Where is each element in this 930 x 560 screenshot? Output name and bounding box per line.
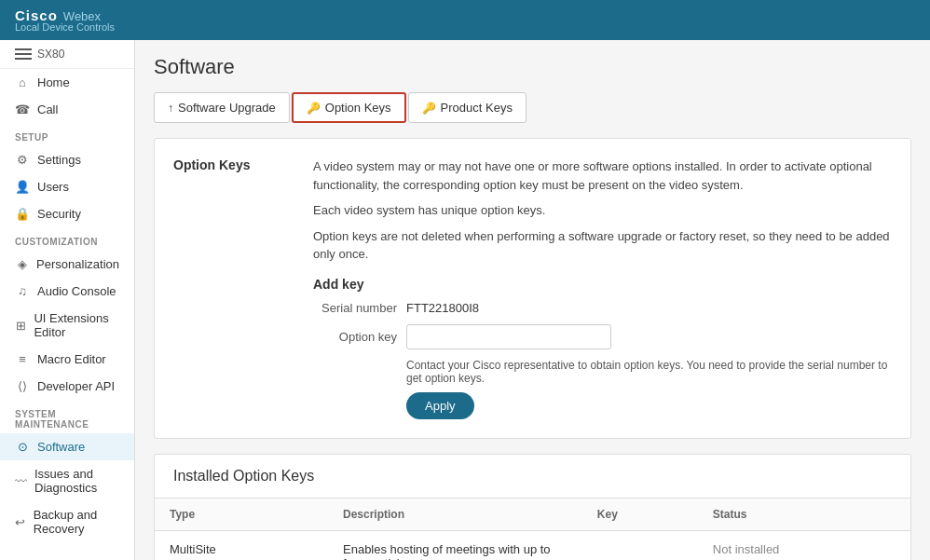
call-icon: ☎ <box>15 102 30 116</box>
option-keys-tab-icon: 🔑 <box>307 102 321 115</box>
cell-type: MultiSite <box>155 530 328 560</box>
option-key-row: Option key <box>313 324 892 349</box>
cell-action <box>837 530 910 560</box>
setup-section-label: SETUP <box>0 123 134 146</box>
sidebar-item-home[interactable]: ⌂ Home <box>0 69 134 96</box>
audio-icon: ♫ <box>15 284 30 298</box>
security-icon: 🔒 <box>15 207 30 221</box>
sidebar-item-macro-editor[interactable]: ≡ Macro Editor <box>0 346 134 373</box>
col-header-action <box>837 499 910 531</box>
installed-title: Installed Option Keys <box>173 468 892 485</box>
option-keys-card: Option Keys A video system may or may no… <box>154 138 911 439</box>
table-row: MultiSite Enables hosting of meetings wi… <box>155 530 910 560</box>
home-icon: ⌂ <box>15 75 30 89</box>
maintenance-section-label: SYSTEM MAINTENANCE <box>0 400 134 433</box>
add-key-title: Add key <box>313 277 892 292</box>
apply-button[interactable]: Apply <box>406 392 474 419</box>
sidebar-item-security[interactable]: 🔒 Security <box>0 200 134 227</box>
sidebar-item-ui-extensions[interactable]: ⊞ UI Extensions Editor <box>0 305 134 346</box>
table-header-row: Type Description Key Status <box>155 499 910 531</box>
software-upgrade-tab-icon: ↑ <box>168 102 173 115</box>
device-label: SX80 <box>0 40 134 69</box>
macro-icon: ≡ <box>15 352 30 366</box>
cell-key <box>582 530 698 560</box>
sidebar-item-audio-console[interactable]: ♫ Audio Console <box>0 278 134 305</box>
sidebar-item-personalization[interactable]: ◈ Personalization <box>0 251 134 278</box>
tab-product-keys[interactable]: 🔑 Product Keys <box>408 92 527 123</box>
add-key-section: Add key Serial number FTT221800I8 Option… <box>313 277 892 419</box>
developer-icon: ⟨⟩ <box>15 379 30 393</box>
hamburger-icon <box>15 48 32 60</box>
tab-bar: ↑ Software Upgrade 🔑 Option Keys 🔑 Produ… <box>154 92 911 123</box>
product-keys-tab-icon: 🔑 <box>422 102 436 115</box>
option-keys-description: A video system may or may not have one o… <box>313 157 892 419</box>
option-keys-desc2: Each video system has unique option keys… <box>313 201 892 220</box>
settings-icon: ⚙ <box>15 153 30 167</box>
option-key-label: Option key <box>313 330 397 344</box>
issues-icon: 〰 <box>15 474 27 488</box>
col-header-type: Type <box>155 499 328 531</box>
sidebar-item-settings[interactable]: ⚙ Settings <box>0 146 134 173</box>
tab-option-keys[interactable]: 🔑 Option Keys <box>292 92 406 123</box>
serial-label: Serial number <box>313 301 397 315</box>
sidebar-item-call[interactable]: ☎ Call <box>0 96 134 123</box>
sidebar-item-developer-api[interactable]: ⟨⟩ Developer API <box>0 373 134 400</box>
main-content: Software ↑ Software Upgrade 🔑 Option Key… <box>135 40 930 560</box>
installed-header: Installed Option Keys <box>155 455 910 499</box>
serial-number-row: Serial number FTT221800I8 <box>313 301 892 315</box>
cell-status: Not installed <box>698 530 837 560</box>
backup-icon: ↩ <box>15 515 26 529</box>
ui-extensions-icon: ⊞ <box>15 319 26 333</box>
page-title: Software <box>154 55 911 79</box>
topbar: Cisco Webex Local Device Controls <box>0 0 930 40</box>
users-icon: 👤 <box>15 180 30 194</box>
option-keys-layout: Option Keys A video system may or may no… <box>173 157 892 419</box>
sidebar-item-software[interactable]: ⊙ Software <box>0 433 134 460</box>
sidebar: SX80 ⌂ Home ☎ Call SETUP ⚙ Settings 👤 Us… <box>0 40 135 560</box>
option-keys-desc1: A video system may or may not have one o… <box>313 157 892 194</box>
installed-option-keys-section: Installed Option Keys Type Description K… <box>154 454 911 561</box>
installed-table: Type Description Key Status MultiSite En… <box>155 499 910 561</box>
serial-value: FTT221800I8 <box>406 301 479 315</box>
col-header-description: Description <box>328 499 582 531</box>
personalization-icon: ◈ <box>15 257 29 271</box>
cell-description: Enables hosting of meetings with up to f… <box>328 530 582 560</box>
sidebar-item-issues[interactable]: 〰 Issues and Diagnostics <box>0 460 134 501</box>
option-key-input[interactable] <box>406 324 611 349</box>
customization-section-label: CUSTOMIZATION <box>0 227 134 251</box>
col-header-status: Status <box>698 499 837 531</box>
software-icon: ⊙ <box>15 440 30 454</box>
logo: Cisco Webex Local Device Controls <box>15 7 115 33</box>
option-keys-section-label: Option Keys <box>173 157 294 419</box>
sidebar-item-backup[interactable]: ↩ Backup and Recovery <box>0 501 134 542</box>
col-header-key: Key <box>582 499 698 531</box>
brand-subtitle: Local Device Controls <box>15 21 115 33</box>
option-keys-desc3: Option keys are not deleted when perform… <box>313 227 892 264</box>
option-key-hint: Contact your Cisco representative to obt… <box>406 359 892 385</box>
tab-software-upgrade[interactable]: ↑ Software Upgrade <box>154 92 290 123</box>
sidebar-item-users[interactable]: 👤 Users <box>0 173 134 200</box>
